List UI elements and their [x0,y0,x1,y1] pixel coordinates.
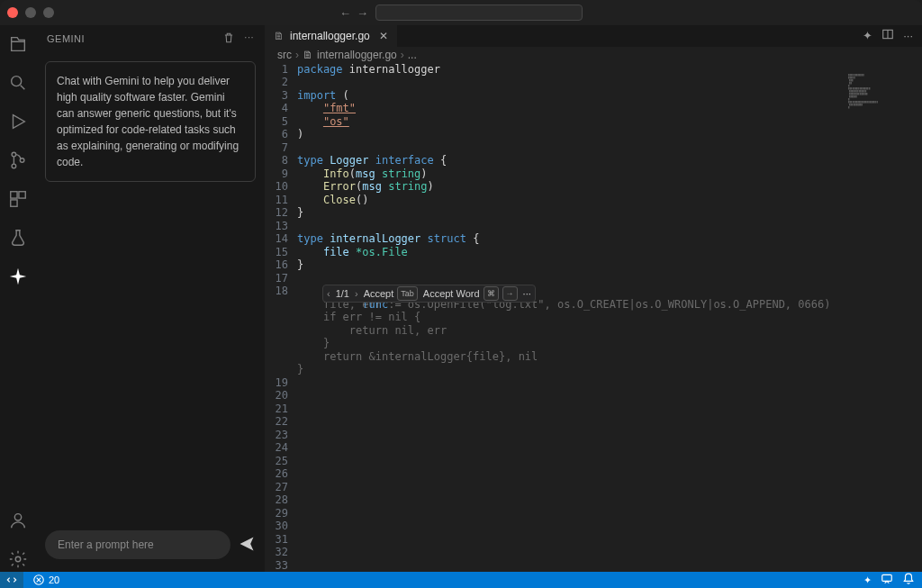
file-icon: 🗎 [274,30,285,42]
more-actions-icon[interactable]: ··· [244,32,254,46]
split-editor-icon[interactable] [881,28,894,43]
svg-rect-11 [882,574,892,581]
tab-bar: 🗎 internallogger.go ✕ ✦ ··· [265,25,922,47]
breadcrumb-more[interactable]: ... [408,49,417,61]
search-icon[interactable] [8,73,28,95]
sidebar-title: GEMINI [47,33,85,44]
suggestion-more-icon[interactable]: ··· [523,287,531,301]
tab-close-icon[interactable]: ✕ [379,30,388,42]
svg-rect-5 [19,192,25,198]
command-center-search[interactable] [375,5,583,21]
problems-indicator[interactable]: 20 [32,574,59,586]
maximize-window[interactable] [43,7,54,18]
svg-rect-4 [11,192,17,198]
tab-filename: internallogger.go [290,30,370,42]
editor: 🗎 internallogger.go ✕ ✦ ··· src › 🗎 inte… [265,25,922,572]
accept-word-button[interactable]: Accept Word ⌘ → [423,286,518,302]
svg-point-3 [20,158,24,163]
testing-icon[interactable] [8,228,28,250]
titlebar: ← → [0,0,922,25]
minimize-window[interactable] [25,7,36,18]
breadcrumb[interactable]: src › 🗎 internallogger.go › ... [265,47,922,63]
explorer-icon[interactable] [8,34,28,57]
svg-point-8 [15,556,21,562]
close-window[interactable] [7,7,18,18]
file-icon: 🗎 [303,49,313,61]
svg-point-2 [12,164,16,168]
code-area[interactable]: 1234567891011121314151617181920212223242… [265,63,922,573]
nav-back-icon[interactable]: ← [339,6,351,20]
code-content[interactable]: package internallogger import ( "fmt" "o… [297,63,922,573]
notifications-icon[interactable] [902,573,915,587]
extensions-icon[interactable] [8,189,28,212]
breadcrumb-file[interactable]: internallogger.go [317,49,397,61]
breadcrumb-folder[interactable]: src [277,49,292,61]
svg-point-7 [14,514,21,520]
nav-forward-icon[interactable]: → [357,6,368,20]
activity-bar [0,25,36,572]
send-prompt-icon[interactable] [238,535,256,556]
next-suggestion-icon[interactable]: › [355,287,358,301]
svg-rect-6 [11,200,17,206]
gemini-prompt-input[interactable]: Enter a prompt here [45,530,230,559]
window-controls [7,7,54,18]
feedback-icon[interactable] [881,573,893,587]
run-debug-icon[interactable] [8,112,28,134]
settings-gear-icon[interactable] [8,549,28,572]
minimap[interactable]: ████ ████████████ █ ███ ███ ███ █████ ██… [846,72,918,162]
gemini-sidebar: GEMINI ··· Chat with Gemini to help you … [36,25,265,572]
svg-point-0 [12,77,22,86]
line-number-gutter: 1234567891011121314151617181920212223242… [265,63,297,573]
status-bar: 20 ✦ [0,572,922,588]
source-control-icon[interactable] [8,150,28,173]
editor-more-icon[interactable]: ··· [903,29,913,42]
inline-suggestion-toolbar: ‹ 1/1 › Accept Tab Accept Word ⌘ → ··· [322,285,536,303]
remote-indicator[interactable] [0,572,23,588]
gemini-intro-text: Chat with Gemini to help you deliver hig… [45,61,256,182]
tab-internallogger[interactable]: 🗎 internallogger.go ✕ [265,25,398,47]
accept-suggestion-button[interactable]: Accept Tab [364,286,418,302]
suggestion-counter: 1/1 [336,287,349,301]
account-icon[interactable] [8,511,28,533]
prev-suggestion-icon[interactable]: ‹ [327,287,330,301]
sparkle-status-icon[interactable]: ✦ [863,574,872,586]
svg-point-1 [12,152,16,157]
sparkle-icon[interactable]: ✦ [863,29,872,42]
delete-chat-icon[interactable] [222,32,235,46]
gemini-icon[interactable] [8,267,28,289]
